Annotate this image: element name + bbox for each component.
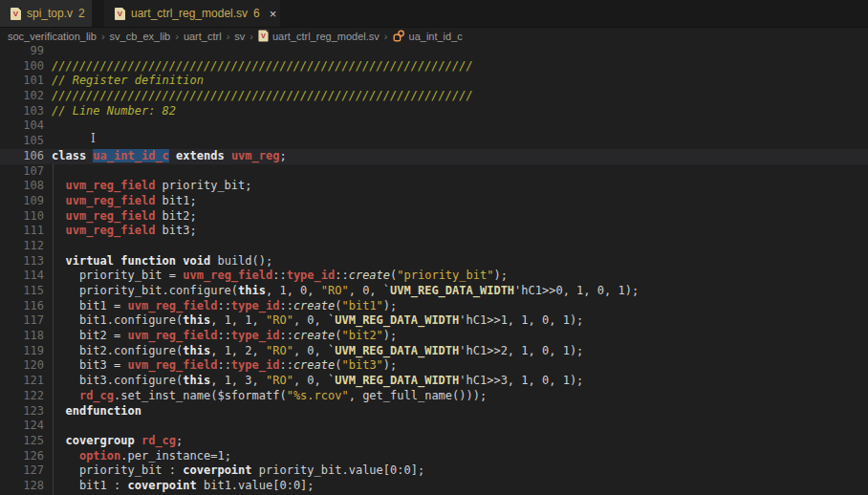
code-line[interactable]: 104 [0,118,868,134]
line-number[interactable]: 105 [0,134,44,149]
code-token: class [52,149,86,162]
code-token: ); [493,269,507,282]
line-number[interactable]: 126 [0,449,44,464]
line-number[interactable]: 122 [0,389,44,404]
code-token: bit3.configure( [52,374,183,387]
code-text: endfunction [44,404,141,420]
line-number[interactable]: 116 [0,299,44,314]
code-line[interactable]: 101// Register definition [0,74,868,89]
line-number[interactable]: 125 [0,434,44,449]
code-line[interactable]: 103// Line Number: 82 [0,104,868,119]
line-number[interactable]: 107 [0,164,44,180]
code-line[interactable]: 107 [0,164,868,180]
code-token: :: [335,269,348,282]
code-token: ); [383,299,397,312]
code-line[interactable]: 119 bit2.configure(this, 1, 2, "RO", 0, … [0,344,868,359]
code-line[interactable]: 126 option.per_instance=1; [0,449,868,464]
code-text: priority_bit = uvm_reg_field::type_id::c… [44,269,508,284]
code-token: "RO" [266,313,293,327]
code-line[interactable]: 109 uvm_reg_field bit1; [0,194,868,209]
line-number[interactable]: 124 [0,419,44,434]
code-token: "RO" [266,374,293,387]
tab-uart-ctrl-reg-model[interactable]: V uart_ctrl_reg_model.sv 6 × [104,0,280,27]
code-token: this [183,344,210,357]
code-line[interactable]: 114 priority_bit = uvm_reg_field::type_i… [0,269,868,284]
code-token: uvm_reg_field [65,179,155,192]
code-line[interactable]: 99 [0,44,868,59]
line-number[interactable]: 102 [0,89,44,104]
line-number[interactable]: 99 [0,44,44,59]
code-line[interactable]: 100/////////////////////////////////////… [0,59,868,75]
breadcrumb-item[interactable]: ua_int_id_c [393,30,463,42]
line-number[interactable]: 110 [0,209,44,225]
line-number[interactable]: 128 [0,479,44,494]
code-line[interactable]: 125 covergroup rd_cg; [0,434,868,449]
code-line[interactable]: 117 bit1.configure(this, 1, 1, "RO", 0, … [0,313,868,329]
code-line[interactable]: 102/////////////////////////////////////… [0,89,868,104]
code-token: "priority_bit" [397,269,493,282]
code-line[interactable]: 112 [0,239,868,254]
code-line[interactable]: 120 bit3 = uvm_reg_field::type_id::creat… [0,358,868,374]
line-number[interactable]: 115 [0,284,44,299]
code-line[interactable]: 106class ua_int_id_c extends uvm_reg; [0,149,868,164]
code-token: "bit2" [341,329,382,342]
code-line[interactable]: 118 bit2 = uvm_reg_field::type_id::creat… [0,329,868,344]
line-number[interactable]: 127 [0,463,44,479]
tab-badge-count: 6 [253,7,260,20]
code-line[interactable]: 124 [0,419,868,434]
code-token: coverpoint [183,463,251,477]
breadcrumb-item[interactable]: soc_verification_lib [8,31,97,42]
code-token: :: [217,329,230,342]
code-editor[interactable]: 99100///////////////////////////////////… [0,44,868,495]
line-number[interactable]: 117 [0,313,44,329]
line-number[interactable]: 114 [0,269,44,284]
code-token [225,149,231,162]
code-token: 'hC1>>2, 1, 0, 1); [459,344,583,357]
code-token: "%s.rcov" [287,389,349,402]
tab-spi-top[interactable]: V spi_top.v 2 [0,0,92,27]
line-number[interactable]: 112 [0,239,44,254]
code-text: priority_bit : coverpoint priority_bit.v… [44,463,424,479]
code-line[interactable]: 127 priority_bit : coverpoint priority_b… [0,463,868,479]
breadcrumb-label: uart_ctrl_reg_model.sv [272,31,380,42]
breadcrumb-item[interactable]: sv [234,31,245,42]
code-line[interactable]: 111 uvm_reg_field bit3; [0,224,868,239]
line-number[interactable]: 109 [0,194,44,209]
code-line[interactable]: 105 [0,134,868,149]
code-token: :: [217,299,230,312]
code-line[interactable]: 110 uvm_reg_field bit2; [0,209,868,225]
code-line[interactable]: 128 bit1 : coverpoint bit1.value[0:0]; [0,479,868,494]
code-text: uvm_reg_field bit2; [44,209,197,225]
code-line[interactable]: 122 rd_cg.set_inst_name($sformatf("%s.rc… [0,389,868,404]
code-token [52,254,65,268]
breadcrumb-item[interactable]: Vuart_ctrl_reg_model.sv [258,30,380,42]
line-number[interactable]: 111 [0,224,44,239]
code-token: , 0, ` [293,374,335,387]
code-line[interactable]: 121 bit3.configure(this, 1, 3, "RO", 0, … [0,374,868,389]
line-number[interactable]: 101 [0,74,44,89]
line-number[interactable]: 106 [0,149,44,164]
line-number[interactable]: 120 [0,358,44,374]
line-number[interactable]: 121 [0,374,44,389]
breadcrumb-item[interactable]: uart_ctrl [184,31,222,42]
line-number[interactable]: 108 [0,179,44,194]
code-token: create [349,269,390,282]
code-token: void [183,254,210,268]
line-number[interactable]: 113 [0,254,44,269]
close-icon[interactable]: × [270,7,277,20]
line-number[interactable]: 119 [0,344,44,359]
code-token: priority_bit; [155,179,251,192]
code-line[interactable]: 123 endfunction [0,404,868,420]
line-number[interactable]: 118 [0,329,44,344]
line-number[interactable]: 123 [0,404,44,420]
code-text: uvm_reg_field bit1; [44,194,197,209]
line-number[interactable]: 104 [0,118,44,134]
breadcrumb-item[interactable]: sv_cb_ex_lib [110,31,171,42]
code-line[interactable]: 116 bit1 = uvm_reg_field::type_id::creat… [0,299,868,314]
code-line[interactable]: 113 virtual function void build(); [0,254,868,269]
line-number[interactable]: 100 [0,59,44,75]
code-line[interactable]: 115 priority_bit.configure(this, 1, 0, "… [0,284,868,299]
line-number[interactable]: 103 [0,104,44,119]
code-line[interactable]: 108 uvm_reg_field priority_bit; [0,179,868,194]
code-text: class ua_int_id_c extends uvm_reg; [44,149,287,164]
